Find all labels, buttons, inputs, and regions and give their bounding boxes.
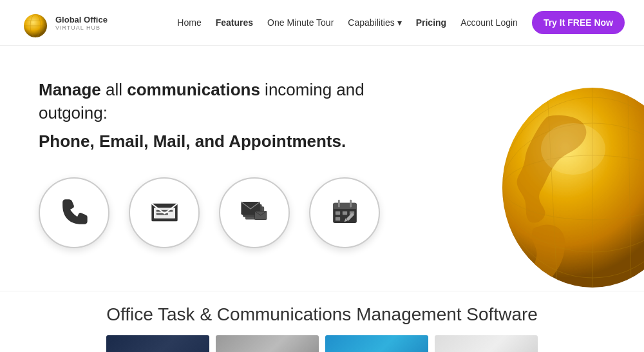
nav-one-minute-tour[interactable]: One Minute Tour <box>267 17 334 28</box>
globe-decoration <box>464 84 644 291</box>
logo-subtext: VIRTUAL HUB <box>55 24 108 31</box>
svg-rect-7 <box>156 210 173 212</box>
main-nav: Home Features One Minute Tour Capabiliti… <box>177 11 625 34</box>
svg-rect-8 <box>156 213 167 215</box>
service-icons-row <box>39 177 425 248</box>
hero-subtitle: Phone, Email, Mail, and Appointments. <box>39 132 425 152</box>
mail-icon-circle[interactable] <box>219 177 290 248</box>
thumbnail-4[interactable] <box>435 335 538 352</box>
hero-title: Manage all communications incoming and o… <box>39 78 425 125</box>
thumbnail-3[interactable] <box>325 335 428 352</box>
appointments-icon-circle[interactable] <box>309 177 380 248</box>
try-free-button[interactable]: Try It FREE Now <box>532 11 625 34</box>
svg-point-32 <box>541 123 605 175</box>
svg-rect-15 <box>333 207 357 210</box>
globe-svg <box>464 84 644 291</box>
mail-icon <box>237 195 272 230</box>
site-header: Global Office VIRTUAL HUB Home Features … <box>0 0 644 46</box>
logo-text: Global Office <box>55 15 108 24</box>
bottom-title: Office Task & Communications Management … <box>0 304 644 325</box>
thumbnail-2[interactable] <box>216 335 319 352</box>
phone-icon <box>57 195 92 230</box>
appointments-icon <box>327 195 363 230</box>
logo-icon <box>19 6 52 39</box>
hero-section: Manage all communications incoming and o… <box>0 46 644 291</box>
email-icon <box>147 195 182 230</box>
svg-rect-21 <box>335 217 339 221</box>
nav-capabilities[interactable]: Capabilities ▾ <box>348 17 401 28</box>
hero-text-block: Manage all communications incoming and o… <box>39 78 425 248</box>
thumbnail-row <box>0 335 644 352</box>
svg-rect-19 <box>342 211 346 215</box>
nav-account-login[interactable]: Account Login <box>460 17 518 28</box>
thumbnail-1[interactable] <box>106 335 209 352</box>
phone-icon-circle[interactable] <box>39 177 109 248</box>
nav-features[interactable]: Features <box>216 17 253 28</box>
nav-pricing[interactable]: Pricing <box>416 17 446 28</box>
chevron-down-icon: ▾ <box>397 17 402 28</box>
nav-home[interactable]: Home <box>177 17 201 28</box>
email-icon-circle[interactable] <box>129 177 200 248</box>
logo-area[interactable]: Global Office VIRTUAL HUB <box>19 6 108 39</box>
bottom-section: Office Task & Communications Management … <box>0 291 644 352</box>
svg-rect-18 <box>335 211 339 215</box>
